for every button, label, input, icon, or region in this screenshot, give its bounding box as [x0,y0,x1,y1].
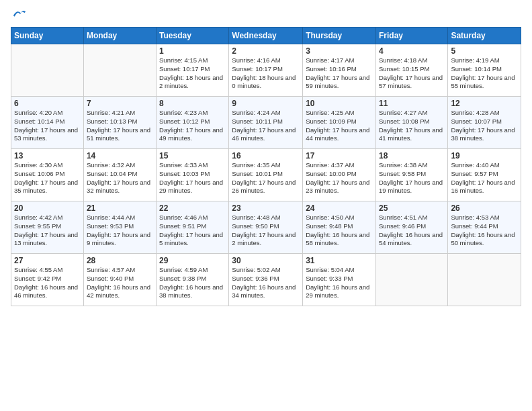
day-number: 15 [159,151,226,161]
day-info: Sunrise: 4:59 AM Sunset: 9:38 PM Dayligh… [159,266,226,300]
weekday-header-row: SundayMondayTuesdayWednesdayThursdayFrid… [11,28,521,44]
day-number: 20 [14,203,81,213]
day-number: 21 [87,203,153,213]
calendar-cell: 21Sunrise: 4:44 AM Sunset: 9:53 PM Dayli… [83,201,156,254]
day-info: Sunrise: 4:40 AM Sunset: 9:57 PM Dayligh… [451,161,518,195]
calendar-week-row: 27Sunrise: 4:55 AM Sunset: 9:42 PM Dayli… [11,254,521,306]
calendar-cell [11,44,84,97]
day-info: Sunrise: 4:28 AM Sunset: 10:07 PM Daylig… [451,109,518,143]
day-info: Sunrise: 4:53 AM Sunset: 9:44 PM Dayligh… [451,214,518,248]
day-info: Sunrise: 4:35 AM Sunset: 10:01 PM Daylig… [232,161,300,195]
calendar-cell: 2Sunrise: 4:16 AM Sunset: 10:17 PM Dayli… [229,44,303,97]
day-number: 31 [306,256,373,265]
calendar-table: SundayMondayTuesdayWednesdayThursdayFrid… [11,27,521,306]
day-info: Sunrise: 4:17 AM Sunset: 10:16 PM Daylig… [306,56,373,91]
calendar-cell: 18Sunrise: 4:38 AM Sunset: 9:58 PM Dayli… [375,149,447,201]
calendar-cell [83,44,156,97]
day-info: Sunrise: 4:15 AM Sunset: 10:17 PM Daylig… [159,56,226,91]
calendar-cell: 4Sunrise: 4:18 AM Sunset: 10:15 PM Dayli… [375,44,447,97]
day-info: Sunrise: 4:30 AM Sunset: 10:06 PM Daylig… [14,161,81,195]
day-number: 5 [451,46,518,56]
day-number: 28 [87,256,153,265]
calendar-cell: 19Sunrise: 4:40 AM Sunset: 9:57 PM Dayli… [448,149,521,201]
day-info: Sunrise: 4:23 AM Sunset: 10:12 PM Daylig… [159,109,226,143]
calendar-cell: 8Sunrise: 4:23 AM Sunset: 10:12 PM Dayli… [157,97,229,149]
day-number: 19 [451,151,518,161]
day-info: Sunrise: 4:50 AM Sunset: 9:48 PM Dayligh… [306,214,373,248]
weekday-header: Monday [83,28,156,44]
day-number: 22 [159,203,226,213]
day-number: 16 [232,151,300,161]
day-number: 9 [232,99,300,108]
day-info: Sunrise: 4:51 AM Sunset: 9:46 PM Dayligh… [379,214,445,248]
calendar-cell: 15Sunrise: 4:33 AM Sunset: 10:03 PM Dayl… [157,149,229,201]
day-number: 26 [451,203,518,213]
weekday-header: Tuesday [157,28,229,44]
day-number: 10 [306,99,373,108]
day-number: 7 [87,99,153,108]
calendar-cell [375,254,447,306]
calendar-week-row: 1Sunrise: 4:15 AM Sunset: 10:17 PM Dayli… [11,44,521,97]
day-info: Sunrise: 4:16 AM Sunset: 10:17 PM Daylig… [232,56,300,91]
calendar-cell: 22Sunrise: 4:46 AM Sunset: 9:51 PM Dayli… [157,201,229,254]
calendar-cell: 28Sunrise: 4:57 AM Sunset: 9:40 PM Dayli… [83,254,156,306]
day-number: 3 [306,46,373,56]
day-info: Sunrise: 4:25 AM Sunset: 10:09 PM Daylig… [306,109,373,143]
weekday-header: Saturday [448,28,521,44]
day-info: Sunrise: 4:27 AM Sunset: 10:08 PM Daylig… [379,109,445,143]
calendar-cell: 1Sunrise: 4:15 AM Sunset: 10:17 PM Dayli… [157,44,229,97]
day-number: 8 [159,99,226,108]
calendar-cell: 11Sunrise: 4:27 AM Sunset: 10:08 PM Dayl… [375,97,447,149]
calendar-cell: 12Sunrise: 4:28 AM Sunset: 10:07 PM Dayl… [448,97,521,149]
calendar-week-row: 6Sunrise: 4:20 AM Sunset: 10:14 PM Dayli… [11,97,521,149]
logo-icon [12,8,27,23]
calendar-week-row: 13Sunrise: 4:30 AM Sunset: 10:06 PM Dayl… [11,149,521,201]
day-info: Sunrise: 4:20 AM Sunset: 10:14 PM Daylig… [14,109,81,143]
calendar-cell: 5Sunrise: 4:19 AM Sunset: 10:14 PM Dayli… [448,44,521,97]
calendar-cell: 26Sunrise: 4:53 AM Sunset: 9:44 PM Dayli… [448,201,521,254]
day-info: Sunrise: 4:21 AM Sunset: 10:13 PM Daylig… [87,109,153,143]
day-number: 27 [14,256,81,265]
day-number: 30 [232,256,300,265]
calendar-cell: 7Sunrise: 4:21 AM Sunset: 10:13 PM Dayli… [83,97,156,149]
day-number: 13 [14,151,81,161]
day-info: Sunrise: 4:57 AM Sunset: 9:40 PM Dayligh… [87,266,153,300]
logo [11,8,27,23]
day-number: 24 [306,203,373,213]
day-info: Sunrise: 4:42 AM Sunset: 9:55 PM Dayligh… [14,214,81,248]
calendar-cell [448,254,521,306]
day-info: Sunrise: 5:04 AM Sunset: 9:33 PM Dayligh… [306,266,373,300]
calendar-cell: 16Sunrise: 4:35 AM Sunset: 10:01 PM Dayl… [229,149,303,201]
weekday-header: Thursday [303,28,376,44]
calendar-cell: 3Sunrise: 4:17 AM Sunset: 10:16 PM Dayli… [303,44,376,97]
calendar-cell: 9Sunrise: 4:24 AM Sunset: 10:11 PM Dayli… [229,97,303,149]
day-number: 18 [379,151,445,161]
calendar-cell: 31Sunrise: 5:04 AM Sunset: 9:33 PM Dayli… [303,254,376,306]
calendar-cell: 29Sunrise: 4:59 AM Sunset: 9:38 PM Dayli… [157,254,229,306]
calendar-cell: 23Sunrise: 4:48 AM Sunset: 9:50 PM Dayli… [229,201,303,254]
day-info: Sunrise: 4:48 AM Sunset: 9:50 PM Dayligh… [232,214,300,248]
day-info: Sunrise: 4:37 AM Sunset: 10:00 PM Daylig… [306,161,373,195]
calendar-week-row: 20Sunrise: 4:42 AM Sunset: 9:55 PM Dayli… [11,201,521,254]
day-info: Sunrise: 4:32 AM Sunset: 10:04 PM Daylig… [87,161,153,195]
calendar-cell: 20Sunrise: 4:42 AM Sunset: 9:55 PM Dayli… [11,201,84,254]
calendar-cell: 6Sunrise: 4:20 AM Sunset: 10:14 PM Dayli… [11,97,84,149]
day-number: 29 [159,256,226,265]
calendar-cell: 14Sunrise: 4:32 AM Sunset: 10:04 PM Dayl… [83,149,156,201]
day-number: 14 [87,151,153,161]
day-number: 12 [451,99,518,108]
header [11,8,521,23]
calendar-cell: 13Sunrise: 4:30 AM Sunset: 10:06 PM Dayl… [11,149,84,201]
day-number: 2 [232,46,300,56]
calendar-cell: 30Sunrise: 5:02 AM Sunset: 9:36 PM Dayli… [229,254,303,306]
calendar-cell: 17Sunrise: 4:37 AM Sunset: 10:00 PM Dayl… [303,149,376,201]
day-number: 17 [306,151,373,161]
calendar-cell: 27Sunrise: 4:55 AM Sunset: 9:42 PM Dayli… [11,254,84,306]
weekday-header: Wednesday [229,28,303,44]
day-number: 6 [14,99,81,108]
day-number: 25 [379,203,445,213]
page: SundayMondayTuesdayWednesdayThursdayFrid… [0,0,532,411]
weekday-header: Friday [375,28,447,44]
day-number: 4 [379,46,445,56]
day-info: Sunrise: 4:24 AM Sunset: 10:11 PM Daylig… [232,109,300,143]
